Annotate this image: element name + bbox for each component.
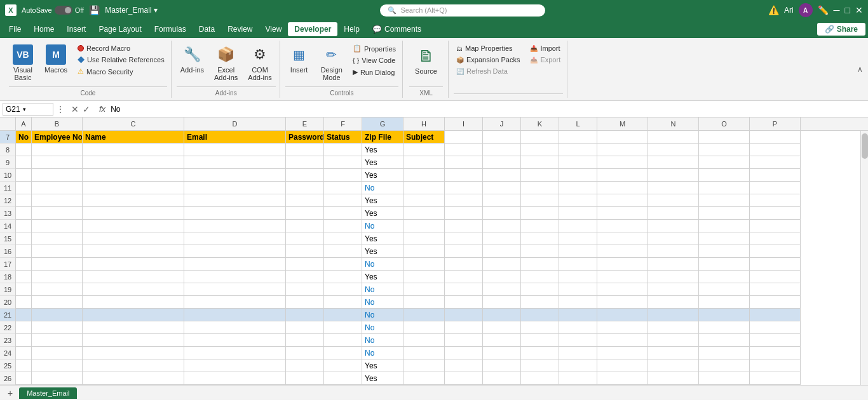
cell-n-13[interactable] xyxy=(648,207,699,220)
cell-d-10[interactable] xyxy=(184,169,286,182)
cell-g-9[interactable]: Yes xyxy=(362,156,403,169)
cell-c-13[interactable] xyxy=(83,207,184,220)
cell-b-16[interactable] xyxy=(32,245,83,258)
cell-h-8[interactable] xyxy=(403,144,445,156)
cell-h-14[interactable] xyxy=(403,220,445,232)
minimize-button[interactable]: ─ xyxy=(834,5,840,15)
cell-e-17[interactable] xyxy=(286,258,324,271)
cell-b-18[interactable] xyxy=(32,271,83,283)
cell-h-24[interactable] xyxy=(403,347,445,359)
cell-f-9[interactable] xyxy=(324,156,362,169)
cell-f-14[interactable] xyxy=(324,220,362,232)
cell-n-17[interactable] xyxy=(648,258,699,271)
cell-b-13[interactable] xyxy=(32,207,83,220)
cell-b-14[interactable] xyxy=(32,220,83,232)
header-cell-j[interactable] xyxy=(483,131,521,144)
cell-j-20[interactable] xyxy=(483,296,521,309)
cell-k-12[interactable] xyxy=(521,194,559,207)
edit-icon[interactable]: ✏️ xyxy=(818,5,829,15)
header-cell-a[interactable]: No xyxy=(16,131,32,144)
use-relative-references-button[interactable]: Use Relative References xyxy=(75,55,167,65)
cell-f-26[interactable] xyxy=(324,372,362,385)
header-cell-k[interactable] xyxy=(521,131,559,144)
cell-j-21[interactable] xyxy=(483,309,521,321)
cell-o-10[interactable] xyxy=(699,169,750,182)
cell-e-22[interactable] xyxy=(286,321,324,334)
cell-d-22[interactable] xyxy=(184,321,286,334)
cell-j-17[interactable] xyxy=(483,258,521,271)
cell-d-15[interactable] xyxy=(184,232,286,245)
cell-g-18[interactable]: Yes xyxy=(362,271,403,283)
cell-c-21[interactable] xyxy=(83,309,184,321)
cell-b-17[interactable] xyxy=(32,258,83,271)
cell-m-17[interactable] xyxy=(597,258,648,271)
cell-l-22[interactable] xyxy=(559,321,597,334)
cell-o-12[interactable] xyxy=(699,194,750,207)
menu-review[interactable]: Review xyxy=(221,22,259,36)
cell-reference-box[interactable]: G21 ▾ xyxy=(3,103,53,116)
cell-a-19[interactable] xyxy=(16,283,32,296)
cell-m-16[interactable] xyxy=(597,245,648,258)
cell-b-12[interactable] xyxy=(32,194,83,207)
cell-n-9[interactable] xyxy=(648,156,699,169)
cell-g-17[interactable]: No xyxy=(362,258,403,271)
ribbon-expand-button[interactable]: ∧ xyxy=(857,65,863,74)
autosave-toggle[interactable]: AutoSave Off xyxy=(22,6,84,15)
cell-k-26[interactable] xyxy=(521,372,559,385)
cell-l-23[interactable] xyxy=(559,334,597,347)
file-name[interactable]: Master_Email ▾ xyxy=(105,6,158,15)
cell-i-21[interactable] xyxy=(445,309,483,321)
cell-o-21[interactable] xyxy=(699,309,750,321)
cancel-formula-button[interactable]: ✕ xyxy=(70,103,80,116)
cell-n-16[interactable] xyxy=(648,245,699,258)
cell-a-26[interactable] xyxy=(16,372,32,385)
cell-p-8[interactable] xyxy=(750,144,801,156)
cell-d-12[interactable] xyxy=(184,194,286,207)
save-icon[interactable]: 💾 xyxy=(89,5,100,15)
cell-k-18[interactable] xyxy=(521,271,559,283)
cell-m-9[interactable] xyxy=(597,156,648,169)
cell-g-13[interactable]: Yes xyxy=(362,207,403,220)
cell-e-20[interactable] xyxy=(286,296,324,309)
sheet-tab-master-email[interactable]: Master_Email xyxy=(19,387,77,399)
cell-n-25[interactable] xyxy=(648,359,699,372)
cell-j-23[interactable] xyxy=(483,334,521,347)
cell-b-15[interactable] xyxy=(32,232,83,245)
cell-b-23[interactable] xyxy=(32,334,83,347)
cell-g-15[interactable]: Yes xyxy=(362,232,403,245)
cell-l-25[interactable] xyxy=(559,359,597,372)
cell-m-26[interactable] xyxy=(597,372,648,385)
cell-k-13[interactable] xyxy=(521,207,559,220)
cell-h-19[interactable] xyxy=(403,283,445,296)
cell-k-11[interactable] xyxy=(521,182,559,194)
cell-c-25[interactable] xyxy=(83,359,184,372)
cell-f-17[interactable] xyxy=(324,258,362,271)
cell-a-9[interactable] xyxy=(16,156,32,169)
cell-m-15[interactable] xyxy=(597,232,648,245)
add-ins-button[interactable]: 🔧 Add-ins xyxy=(177,42,208,76)
com-add-ins-button[interactable]: ⚙ COMAdd-ins xyxy=(244,42,275,84)
cell-c-23[interactable] xyxy=(83,334,184,347)
cell-e-12[interactable] xyxy=(286,194,324,207)
cell-n-23[interactable] xyxy=(648,334,699,347)
cell-m-18[interactable] xyxy=(597,271,648,283)
cell-l-9[interactable] xyxy=(559,156,597,169)
cell-n-26[interactable] xyxy=(648,372,699,385)
cell-c-16[interactable] xyxy=(83,245,184,258)
cell-l-16[interactable] xyxy=(559,245,597,258)
cell-h-12[interactable] xyxy=(403,194,445,207)
cell-p-26[interactable] xyxy=(750,372,801,385)
cell-f-11[interactable] xyxy=(324,182,362,194)
cell-n-19[interactable] xyxy=(648,283,699,296)
cell-h-18[interactable] xyxy=(403,271,445,283)
cell-d-9[interactable] xyxy=(184,156,286,169)
cell-l-21[interactable] xyxy=(559,309,597,321)
expansion-packs-button[interactable]: 📦 Expansion Packs xyxy=(454,55,522,65)
cell-p-16[interactable] xyxy=(750,245,801,258)
menu-page-layout[interactable]: Page Layout xyxy=(92,22,147,36)
header-cell-i[interactable] xyxy=(445,131,483,144)
excel-add-ins-button[interactable]: 📦 ExcelAdd-ins xyxy=(210,42,241,84)
cell-l-10[interactable] xyxy=(559,169,597,182)
cell-i-25[interactable] xyxy=(445,359,483,372)
cell-b-8[interactable] xyxy=(32,144,83,156)
